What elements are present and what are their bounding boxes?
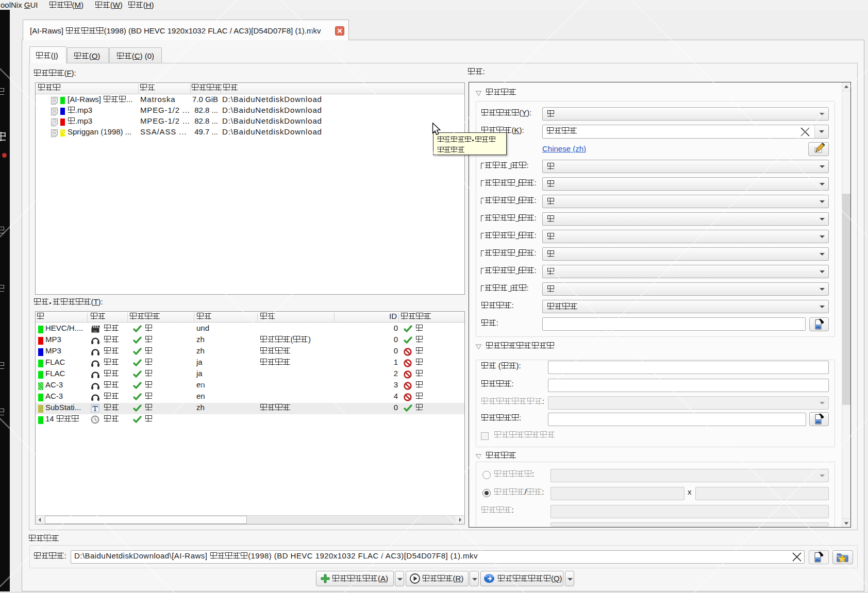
svg-text:24: 24	[93, 330, 97, 333]
